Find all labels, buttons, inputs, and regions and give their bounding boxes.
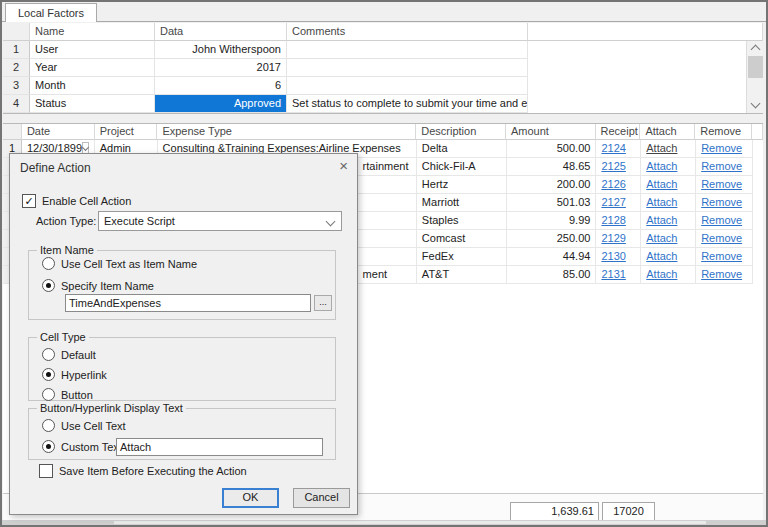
cell-description[interactable]: Hertz [417, 176, 507, 194]
enable-cell-action-label: Enable Cell Action [42, 195, 131, 207]
cell-description[interactable]: FedEx [417, 248, 507, 266]
cell-amount[interactable]: 85.00 [507, 266, 597, 284]
receipt-link[interactable]: 2127 [601, 196, 625, 208]
remove-link[interactable]: Remove [701, 142, 742, 154]
remove-link[interactable]: Remove [701, 268, 742, 280]
cell-description[interactable]: Comcast [417, 230, 507, 248]
column-header-attach: Attach [640, 124, 695, 140]
column-header-receipt: Receipt [596, 124, 641, 140]
cell-amount[interactable]: 250.00 [507, 230, 597, 248]
amount-total: 1,639.61 [510, 502, 599, 521]
receipt-link[interactable]: 2126 [601, 178, 625, 190]
ok-button[interactable]: OK [222, 488, 279, 508]
cell-type-group-title: Cell Type [37, 331, 89, 344]
cell-description[interactable]: Staples [417, 212, 507, 230]
header-filler [528, 23, 763, 41]
cell-comments[interactable] [287, 59, 528, 77]
save-before-label: Save Item Before Executing the Action [59, 465, 247, 477]
remove-link[interactable]: Remove [701, 196, 742, 208]
local-factors-grid: Name Data Comments 1 User John Witherspo… [3, 23, 763, 114]
chevron-down-icon [326, 217, 336, 227]
cell-comments[interactable] [287, 41, 528, 59]
row-number: 2 [3, 59, 30, 77]
scrollbar-thumb[interactable] [748, 56, 763, 78]
cell-comments[interactable]: Set status to complete to submit your ti… [287, 95, 528, 113]
cell-name[interactable]: User [30, 41, 155, 59]
table-row: 4 Status Approved Set status to complete… [3, 95, 763, 113]
cell-amount[interactable]: 500.00 [507, 140, 597, 158]
remove-link[interactable]: Remove [701, 160, 742, 172]
use-cell-text-radio[interactable] [42, 419, 55, 432]
local-factors-header-row: Name Data Comments [3, 23, 763, 41]
specify-item-name-radio[interactable] [42, 279, 55, 292]
column-header-expense-type: Expense Type [157, 124, 416, 140]
column-header-description: Description [416, 124, 506, 140]
remove-link[interactable]: Remove [701, 232, 742, 244]
column-header-project: Project [95, 124, 158, 140]
item-name-group-title: Item Name [37, 244, 97, 257]
receipt-link[interactable]: 2129 [601, 232, 625, 244]
cell-amount[interactable]: 48.65 [507, 158, 597, 176]
cell-type-default-radio[interactable] [42, 348, 55, 361]
cell-type-button-radio[interactable] [42, 388, 55, 401]
close-icon[interactable]: × [339, 157, 348, 174]
app-window: Local Factors Name Data Comments 1 User … [0, 0, 768, 527]
receipt-link[interactable]: 2130 [601, 250, 625, 262]
display-text-group-title: Button/Hyperlink Display Text [37, 402, 186, 415]
attach-link[interactable]: Attach [646, 214, 677, 226]
vertical-scrollbar[interactable] [746, 41, 763, 113]
remove-link[interactable]: Remove [701, 178, 742, 190]
receipt-link[interactable]: 2131 [601, 268, 625, 280]
attach-link[interactable]: Attach [646, 142, 677, 154]
cell-description[interactable]: AT&T [417, 266, 507, 284]
cell-name[interactable]: Year [30, 59, 155, 77]
dialog-title: Define Action [20, 161, 91, 175]
table-row: 2 Year 2017 [3, 59, 763, 77]
row-number: 1 [3, 41, 30, 59]
cell-name[interactable]: Month [30, 77, 155, 95]
scroll-up-icon[interactable] [751, 45, 761, 55]
cell-data[interactable]: 2017 [155, 59, 287, 77]
cell-description[interactable]: Delta [417, 140, 507, 158]
action-type-select[interactable]: Execute Script [98, 211, 342, 231]
cell-data[interactable]: 6 [155, 77, 287, 95]
window-bottom-strip [2, 520, 766, 525]
receipt-link[interactable]: 2128 [601, 214, 625, 226]
chevron-down-icon [82, 144, 89, 151]
cancel-button[interactable]: Cancel [293, 488, 350, 508]
cell-amount[interactable]: 200.00 [507, 176, 597, 194]
attach-link[interactable]: Attach [646, 160, 677, 172]
attach-link[interactable]: Attach [646, 196, 677, 208]
cell-data[interactable]: John Witherspoon [155, 41, 287, 59]
cell-name[interactable]: Status [30, 95, 155, 113]
cell-amount[interactable]: 9.99 [507, 212, 597, 230]
enable-cell-action-checkbox[interactable]: ✓ [22, 194, 36, 208]
receipt-link[interactable]: 2124 [601, 142, 625, 154]
receipt-link[interactable]: 2125 [601, 160, 625, 172]
column-header-name: Name [30, 23, 155, 41]
custom-text-radio[interactable] [42, 440, 55, 453]
scroll-down-icon[interactable] [751, 99, 761, 109]
attach-link[interactable]: Attach [646, 232, 677, 244]
row-number: 4 [3, 95, 30, 113]
column-header-comments: Comments [287, 23, 528, 41]
cell-amount[interactable]: 44.94 [507, 248, 597, 266]
cell-description[interactable]: Marriott [417, 194, 507, 212]
column-header-data: Data [155, 23, 287, 41]
item-name-input[interactable]: TimeAndExpenses [65, 294, 311, 312]
remove-link[interactable]: Remove [701, 214, 742, 226]
cell-amount[interactable]: 501.03 [507, 194, 597, 212]
cell-comments[interactable] [287, 77, 528, 95]
tab-local-factors[interactable]: Local Factors [5, 3, 97, 22]
remove-link[interactable]: Remove [701, 250, 742, 262]
cell-status-selected[interactable]: Approved [155, 95, 287, 113]
attach-link[interactable]: Attach [646, 250, 677, 262]
browse-button[interactable]: ... [314, 295, 332, 311]
use-cell-text-item-name-radio[interactable] [42, 257, 55, 270]
attach-link[interactable]: Attach [646, 178, 677, 190]
save-before-checkbox[interactable] [39, 464, 53, 478]
cell-type-hyperlink-radio[interactable] [42, 368, 55, 381]
custom-text-input[interactable]: Attach [116, 438, 323, 456]
attach-link[interactable]: Attach [646, 268, 677, 280]
cell-description[interactable]: Chick-Fil-A [417, 158, 507, 176]
